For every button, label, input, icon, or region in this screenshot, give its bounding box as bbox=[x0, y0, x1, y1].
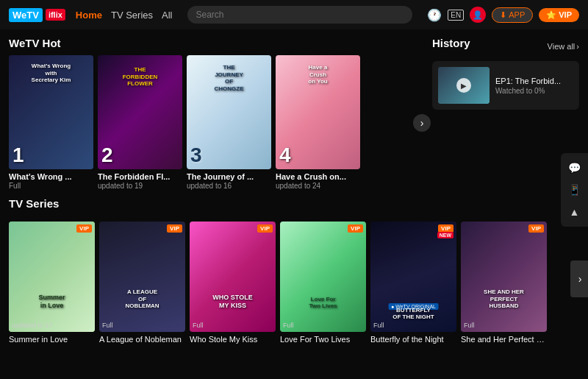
history-thumbnail: ▶ bbox=[438, 67, 490, 104]
hot-card-4-poster-text: Have aCrushon You bbox=[276, 64, 360, 85]
navigation: WeTV iflix Home TV Series All 🕐 EN 👤 ⬇ A… bbox=[0, 0, 588, 29]
tv-card-5-text: BUTTERFLYOF THE NIGHT bbox=[370, 307, 456, 321]
vip-button[interactable]: ⭐ VIP bbox=[539, 8, 579, 22]
tv-card-1-update: updated to 17 bbox=[12, 322, 52, 329]
nav-home[interactable]: Home bbox=[76, 10, 102, 21]
tv-card-6[interactable]: SHE AND HERPERFECTHUSBAND VIP Full She a… bbox=[461, 222, 547, 344]
tv-card-4-update: Full bbox=[283, 322, 294, 329]
tv-card-1[interactable]: Summerin Love VIP updated to 17 Summer i… bbox=[9, 222, 95, 344]
tv-series-header: TV Series bbox=[9, 197, 579, 216]
tv-card-3-update: Full bbox=[193, 322, 204, 329]
tv-card-4[interactable]: Love ForTwo Lives VIP Full Love For Two … bbox=[280, 222, 366, 344]
nav-icons: 🕐 EN 👤 ⬇ APP ⭐ VIP bbox=[427, 7, 579, 23]
mobile-icon[interactable]: 📱 bbox=[564, 180, 585, 200]
hot-card-1-number: 1 bbox=[12, 145, 24, 166]
hot-card-1-title: What's Wrong ... bbox=[9, 172, 93, 181]
view-all-button[interactable]: View all › bbox=[548, 42, 579, 51]
history-header: History View all › bbox=[432, 37, 579, 55]
tv-grid: Summerin Love VIP updated to 17 Summer i… bbox=[9, 222, 579, 344]
iflix-logo: iflix bbox=[46, 9, 65, 21]
tv-card-1-image: Summerin Love VIP updated to 17 bbox=[9, 222, 95, 332]
hot-card-4[interactable]: Have aCrushon You 4 Have a Crush on... u… bbox=[276, 55, 360, 190]
tv-series-title: TV Series bbox=[9, 197, 59, 210]
tv-card-5-update: Full bbox=[373, 322, 384, 329]
tv-card-6-title: She and Her Perfect Husband bbox=[461, 335, 547, 344]
history-icon[interactable]: 🕐 bbox=[427, 8, 442, 22]
tv-card-2-title: A League of Nobleman bbox=[99, 335, 185, 344]
hot-card-3-sub: updated to 16 bbox=[187, 182, 271, 190]
tv-series-wrapper: Summerin Love VIP updated to 17 Summer i… bbox=[9, 222, 579, 344]
history-watched: Watched to 0% bbox=[495, 87, 561, 95]
language-icon[interactable]: EN bbox=[448, 10, 464, 21]
hot-card-3-number: 3 bbox=[190, 145, 202, 166]
wetv-hot-title: WeTV Hot bbox=[9, 37, 423, 49]
tv-card-1-vip: VIP bbox=[76, 224, 92, 233]
tv-card-3[interactable]: WHO STOLEMY KISS VIP Full Who Stole My K… bbox=[190, 222, 276, 344]
history-title: History bbox=[432, 37, 470, 49]
history-play-button[interactable]: ▶ bbox=[456, 78, 471, 93]
tv-next-arrow[interactable]: › bbox=[570, 261, 588, 297]
tv-card-5-new: NEW bbox=[437, 232, 453, 238]
hot-card-1-image: What's WrongwithSecretary Kim 1 bbox=[9, 55, 93, 169]
tv-card-3-vip: VIP bbox=[257, 224, 273, 233]
hot-card-3-image: THEJOURNEYOFCHONGZE 3 bbox=[187, 55, 271, 169]
tv-card-4-image: Love ForTwo Lives VIP Full bbox=[280, 222, 366, 332]
tv-card-4-text: Love ForTwo Lives bbox=[280, 296, 366, 310]
wetv-hot-section: WeTV Hot What's WrongwithSecretary Kim 1… bbox=[9, 37, 423, 190]
history-card[interactable]: ▶ EP1: The Forbid... Watched to 0% bbox=[432, 61, 579, 110]
tv-card-2-text: A LEAGUEOFNOBLEMAN bbox=[99, 288, 185, 310]
nav-links: Home TV Series All bbox=[76, 10, 173, 21]
tv-card-1-text: Summerin Love bbox=[9, 294, 95, 310]
user-icon[interactable]: 👤 bbox=[470, 7, 486, 23]
hot-card-4-number: 4 bbox=[279, 145, 291, 166]
scroll-top-icon[interactable]: ▲ bbox=[564, 202, 585, 222]
history-section: History View all › ▶ EP1: The Forbid... … bbox=[432, 37, 579, 190]
hot-card-4-image: Have aCrushon You 4 bbox=[276, 55, 360, 169]
wetv-logo: WeTV bbox=[9, 8, 43, 22]
hot-card-3-poster-text: THEJOURNEYOFCHONGZE bbox=[187, 64, 271, 92]
tv-card-2-image: A LEAGUEOFNOBLEMAN VIP Full bbox=[99, 222, 185, 332]
hot-card-1-poster-text: What's WrongwithSecretary Kim bbox=[9, 63, 93, 84]
tv-card-5-title: Butterfly of the Night bbox=[370, 335, 456, 344]
tv-card-2[interactable]: A LEAGUEOFNOBLEMAN VIP Full A League of … bbox=[99, 222, 185, 344]
tv-card-2-update: Full bbox=[102, 322, 113, 329]
app-button[interactable]: ⬇ APP bbox=[492, 7, 533, 23]
history-ep-title: EP1: The Forbid... bbox=[495, 77, 561, 85]
hot-card-3-title: The Journey of ... bbox=[187, 172, 271, 181]
hot-card-1-sub: Full bbox=[9, 182, 93, 190]
tv-series-section: TV Series Summerin Love VIP updated to 1… bbox=[0, 197, 588, 351]
tv-card-6-update: Full bbox=[464, 322, 475, 329]
search-input[interactable] bbox=[187, 6, 413, 24]
tv-card-3-image: WHO STOLEMY KISS VIP Full bbox=[190, 222, 276, 332]
hot-card-4-title: Have a Crush on... bbox=[276, 172, 360, 181]
hot-card-2[interactable]: THEFORBIDDENFLOWER 2 The Forbidden Fl...… bbox=[98, 55, 182, 190]
search-bar[interactable] bbox=[187, 6, 413, 24]
tv-card-6-image: SHE AND HERPERFECTHUSBAND VIP Full bbox=[461, 222, 547, 332]
nav-all[interactable]: All bbox=[162, 10, 172, 21]
tv-card-4-title: Love For Two Lives bbox=[280, 335, 366, 344]
hot-card-4-sub: updated to 24 bbox=[276, 182, 360, 190]
tv-card-3-title: Who Stole My Kiss bbox=[190, 335, 276, 344]
tv-card-3-text: WHO STOLEMY KISS bbox=[190, 294, 276, 310]
tv-card-1-title: Summer in Love bbox=[9, 335, 95, 344]
hot-card-2-poster-text: THEFORBIDDENFLOWER bbox=[98, 66, 182, 88]
tv-card-5[interactable]: ● WeTV ORIGINAL BUTTERFLYOF THE NIGHT VI… bbox=[370, 222, 456, 344]
hot-card-2-image: THEFORBIDDENFLOWER 2 bbox=[98, 55, 182, 169]
hot-card-2-sub: updated to 19 bbox=[98, 182, 182, 190]
tv-card-5-image: ● WeTV ORIGINAL BUTTERFLYOF THE NIGHT VI… bbox=[370, 222, 456, 332]
main-content: WeTV Hot What's WrongwithSecretary Kim 1… bbox=[0, 29, 588, 197]
tv-card-2-vip: VIP bbox=[167, 224, 182, 233]
logo[interactable]: WeTV iflix bbox=[9, 8, 65, 22]
hot-card-2-number: 2 bbox=[101, 145, 113, 166]
nav-tvseries[interactable]: TV Series bbox=[111, 10, 153, 21]
chat-icon[interactable]: 💬 bbox=[564, 157, 585, 178]
history-info: EP1: The Forbid... Watched to 0% bbox=[495, 77, 561, 95]
hot-card-2-title: The Forbidden Fl... bbox=[98, 172, 182, 181]
hot-card-3[interactable]: THEJOURNEYOFCHONGZE 3 The Journey of ...… bbox=[187, 55, 271, 190]
hot-card-1[interactable]: What's WrongwithSecretary Kim 1 What's W… bbox=[9, 55, 93, 190]
hot-next-arrow[interactable]: › bbox=[413, 114, 431, 132]
tv-card-4-vip: VIP bbox=[348, 224, 363, 233]
tv-card-6-text: SHE AND HERPERFECTHUSBAND bbox=[461, 288, 547, 310]
hot-grid: What's WrongwithSecretary Kim 1 What's W… bbox=[9, 55, 423, 190]
tv-card-6-vip: VIP bbox=[528, 224, 544, 233]
